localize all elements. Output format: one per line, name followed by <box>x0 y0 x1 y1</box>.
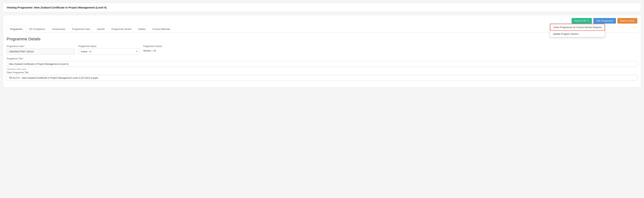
programme-status-group: Programme Status Active – A <box>78 45 140 55</box>
required-marker: * <box>24 45 25 48</box>
post-to-itr-button[interactable]: Post to ITR ▼ <box>572 18 592 24</box>
tab-awards[interactable]: Awards <box>94 26 108 32</box>
chars-left-text: Characters left to type: <box>7 68 637 70</box>
tab-intakes[interactable]: Intakes <box>135 26 149 32</box>
form-row-3: Other Programme Title <box>7 71 637 81</box>
section-title: Programme Details <box>7 37 637 41</box>
tab-programme-fees[interactable]: Programme Fees <box>69 26 94 32</box>
tab-programme[interactable]: Programme <box>7 26 26 32</box>
other-title-input[interactable] <box>7 75 637 81</box>
tab-components[interactable]: Components <box>49 26 69 32</box>
required-marker-2: * <box>23 57 24 60</box>
form-row-2: Programme Title * <box>7 57 637 67</box>
programme-version-value: Version – 01 <box>143 49 179 52</box>
tabs-row: Programme NZ Compliance Components Progr… <box>7 26 637 32</box>
programme-title-label: Programme Title * <box>7 57 637 60</box>
viewing-title: Viewing Programme: New Zealand Certifica… <box>7 6 106 9</box>
programme-version-label: Programme Version <box>143 45 179 48</box>
tab-course-materials[interactable]: Course Materials <box>149 26 174 32</box>
update-program-version-item[interactable]: Update Program Version <box>550 31 605 37</box>
programme-title-input[interactable] <box>7 61 637 67</box>
form-row-1: Programme Code * Programme Status Active… <box>7 45 637 55</box>
dropdown-arrow-icon: ▼ <box>587 20 589 22</box>
programme-title-group: Programme Title * <box>7 57 637 67</box>
programme-code-label: Programme Code * <box>7 45 75 48</box>
tab-programme-strand[interactable]: Programme Strand <box>108 26 135 32</box>
toolbar-row: Post to ITR ▼ Edit Programme Back to Ind… <box>7 18 637 24</box>
programme-title-wrapper <box>7 61 637 67</box>
programme-code-group: Programme Code * <box>7 45 75 55</box>
tab-nz-compliance[interactable]: NZ Compliance <box>26 26 49 32</box>
other-title-group: Other Programme Title <box>7 71 637 81</box>
other-title-wrapper <box>7 75 637 81</box>
back-to-index-button[interactable]: Back to Index <box>618 18 637 24</box>
programme-status-select[interactable]: Active – A <box>78 49 140 55</box>
main-card: Post to ITR ▼ Edit Programme Back to Ind… <box>3 15 641 87</box>
viewing-bar: Viewing Programme: New Zealand Certifica… <box>3 3 641 12</box>
programme-code-input[interactable] <box>7 49 75 55</box>
post-itr-dropdown: Clone Programme for Course Version Reque… <box>550 24 605 37</box>
other-title-label: Other Programme Title <box>7 71 637 74</box>
programme-version-group: Programme Version Version – 01 <box>143 45 179 52</box>
clone-programme-item[interactable]: Clone Programme for Course Version Reque… <box>550 24 605 31</box>
programme-status-label: Programme Status <box>78 45 140 48</box>
edit-programme-button[interactable]: Edit Programme <box>593 18 616 24</box>
page-wrapper: Viewing Programme: New Zealand Certifica… <box>0 0 644 90</box>
